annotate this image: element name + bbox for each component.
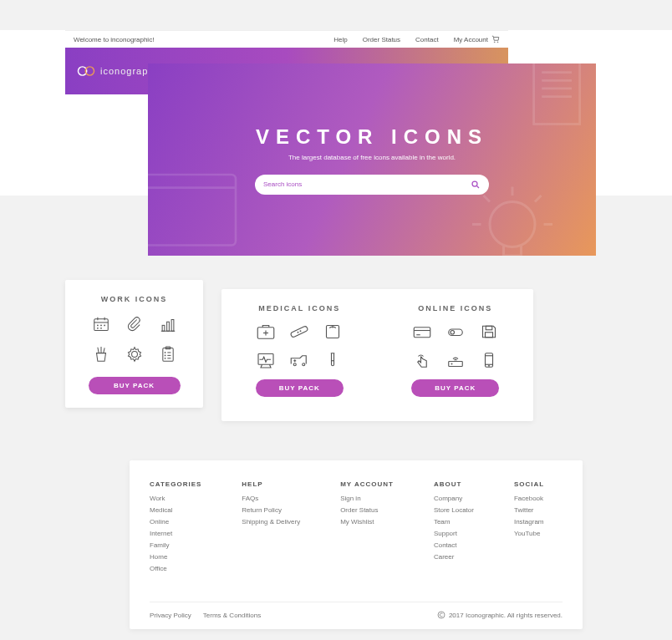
footer-columns: CATEGORIES Work Medical Online Internet … — [150, 480, 563, 577]
svg-rect-58 — [414, 328, 430, 338]
footer-link[interactable]: Sign in — [340, 495, 394, 502]
footer-heading-categories: CATEGORIES — [150, 480, 201, 488]
svg-point-49 — [300, 331, 301, 332]
svg-point-26 — [97, 328, 98, 328]
svg-point-9 — [490, 202, 535, 247]
svg-point-0 — [494, 42, 495, 43]
footer-link[interactable]: Return Policy — [242, 506, 300, 514]
pack-title-work: WORK ICONS — [101, 295, 168, 303]
svg-point-70 — [488, 365, 489, 366]
chart-icon — [159, 315, 177, 333]
credit-card-icon — [412, 323, 432, 341]
footer-link[interactable]: Internet — [150, 530, 201, 537]
footer-link[interactable]: My Wishlist — [340, 518, 394, 526]
footer-link[interactable]: Facebook — [514, 495, 544, 502]
first-aid-icon — [256, 323, 276, 341]
icon-grid-work — [92, 315, 177, 363]
computer-decor-icon — [148, 164, 248, 256]
heart-monitor-icon — [256, 351, 276, 369]
footer-link[interactable]: FAQs — [242, 495, 300, 502]
wifi-router-icon — [445, 351, 466, 369]
test-tube-icon — [323, 351, 343, 369]
scale-icon — [323, 323, 343, 341]
footer-bottom: Privacy Policy Terms & Conditions 2017 I… — [150, 602, 563, 619]
svg-point-48 — [298, 332, 298, 333]
footer-link[interactable]: Store Locator — [434, 506, 474, 514]
footer-col-categories: CATEGORIES Work Medical Online Internet … — [150, 480, 201, 577]
buy-pack-button-online[interactable]: BUY PACK — [411, 379, 499, 397]
svg-point-42 — [165, 358, 165, 358]
svg-rect-47 — [290, 326, 308, 338]
footer-heading-about: ABOUT — [434, 480, 474, 488]
cart-icon — [491, 35, 500, 43]
svg-point-35 — [131, 352, 137, 358]
footer-col-account: MY ACCOUNT Sign in Order Status My Wishl… — [340, 480, 394, 577]
hero: VECTOR ICONS The largest database of fre… — [148, 63, 596, 256]
buy-pack-button-medical[interactable]: BUY PACK — [256, 379, 344, 397]
my-account-label: My Account — [454, 36, 488, 43]
svg-point-25 — [104, 325, 104, 326]
help-link[interactable]: Help — [333, 36, 347, 43]
svg-rect-64 — [485, 333, 492, 338]
svg-line-34 — [103, 348, 104, 353]
footer-link[interactable]: Home — [150, 553, 201, 561]
svg-point-38 — [165, 353, 165, 353]
gear-icon — [125, 345, 144, 363]
buy-pack-button-work[interactable]: BUY PACK — [89, 377, 181, 394]
footer-link[interactable]: Career — [434, 553, 474, 561]
svg-rect-63 — [486, 326, 492, 330]
pack-card-work: WORK ICONS BUY PACK — [65, 280, 203, 408]
pencil-cup-icon — [92, 345, 110, 363]
search-input[interactable] — [263, 180, 471, 188]
calendar-icon — [92, 315, 110, 333]
footer-link[interactable]: Family — [150, 541, 201, 549]
svg-point-53 — [294, 363, 297, 366]
bandage-icon — [289, 323, 309, 341]
svg-rect-30 — [166, 322, 169, 331]
topbar: Welcome to inconographic! Help Order Sta… — [65, 30, 508, 48]
pack-card-online: ONLINE ICONS BUY PACK — [378, 289, 534, 421]
footer-link[interactable]: Company — [434, 495, 474, 502]
paperclip-icon — [125, 315, 144, 333]
svg-line-14 — [535, 196, 542, 202]
pack-title-online: ONLINE ICONS — [418, 304, 492, 312]
footer-link[interactable]: YouTube — [514, 530, 544, 537]
toggle-icon — [445, 323, 466, 341]
document-decor-icon — [525, 63, 596, 147]
footer-link[interactable]: Twitter — [514, 506, 544, 514]
hero-title: VECTOR ICONS — [256, 125, 488, 149]
footer-col-social: SOCIAL Facebook Twitter Instagram YouTub… — [514, 480, 544, 577]
search-bar — [255, 175, 489, 195]
footer-link[interactable]: Shipping & Delivery — [242, 518, 300, 526]
tap-icon — [412, 351, 432, 369]
footer-heading-help: HELP — [242, 480, 300, 488]
footer-link[interactable]: Medical — [150, 506, 201, 514]
copyright-text: 2017 Iconographic. All rights reserved. — [449, 612, 563, 619]
footer-link[interactable]: Online — [150, 518, 201, 526]
order-status-link[interactable]: Order Status — [363, 36, 400, 43]
footer-link[interactable]: Instagram — [514, 518, 544, 526]
bulb-decor-icon — [462, 180, 563, 256]
clipboard-icon — [159, 345, 177, 363]
privacy-link[interactable]: Privacy Policy — [150, 612, 191, 619]
svg-rect-36 — [162, 348, 172, 361]
my-account-link[interactable]: My Account — [454, 35, 500, 43]
footer-link[interactable]: Support — [434, 530, 474, 537]
footer-link[interactable]: Team — [434, 518, 474, 526]
floppy-disk-icon — [479, 323, 499, 341]
footer: CATEGORIES Work Medical Online Internet … — [130, 460, 583, 629]
footer-link[interactable]: Order Status — [340, 506, 394, 514]
copyright-icon — [437, 611, 445, 619]
svg-point-66 — [451, 363, 452, 364]
footer-link[interactable]: Contact — [434, 541, 474, 549]
topbar-links: Help Order Status Contact My Account — [333, 35, 500, 43]
svg-point-40 — [165, 355, 165, 356]
footer-link[interactable]: Office — [150, 565, 201, 572]
contact-link[interactable]: Contact — [415, 36, 439, 43]
svg-point-1 — [497, 42, 498, 43]
pack-card-medical: MEDICAL ICONS BUY PACK — [221, 289, 378, 421]
footer-link[interactable]: Work — [150, 495, 201, 502]
terms-link[interactable]: Terms & Conditions — [203, 612, 261, 619]
smartphone-icon — [479, 351, 499, 369]
footer-legal: Privacy Policy Terms & Conditions — [150, 612, 261, 619]
